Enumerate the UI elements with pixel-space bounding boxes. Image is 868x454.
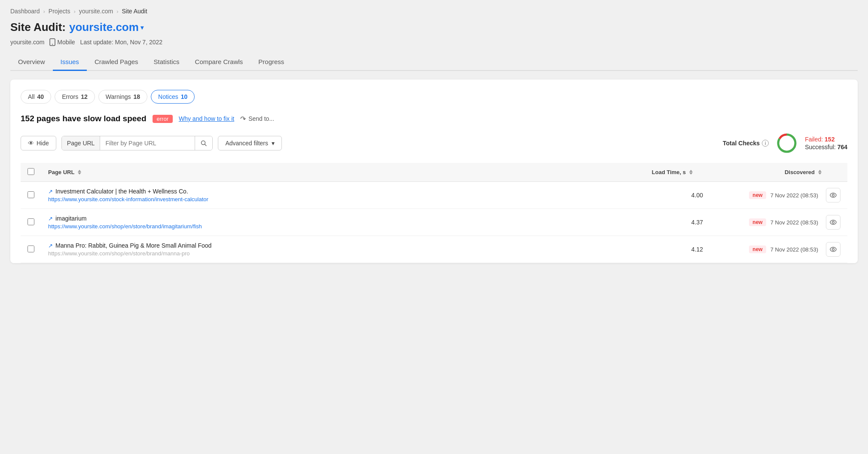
filter-errors-count: 12 bbox=[81, 93, 88, 100]
tab-statistics[interactable]: Statistics bbox=[146, 54, 187, 71]
discovered-sort-icon bbox=[818, 170, 822, 175]
page-title-row: Site Audit: yoursite.com ▾ bbox=[10, 21, 858, 34]
filter-tabs: All 40 Errors 12 Warnings 18 Notices 10 bbox=[21, 90, 847, 104]
select-all-checkbox[interactable] bbox=[28, 168, 34, 175]
row-url-link[interactable]: https://www.yoursite.com/shop/en/store/b… bbox=[48, 223, 523, 230]
row-checkbox[interactable] bbox=[28, 245, 34, 252]
tab-issues[interactable]: Issues bbox=[53, 54, 87, 71]
th-page-url[interactable]: Page URL bbox=[41, 163, 530, 182]
url-filter-input[interactable] bbox=[100, 136, 195, 150]
th-checkbox bbox=[21, 163, 41, 182]
issue-badge: error bbox=[153, 115, 173, 123]
row-title: Manna Pro: Rabbit, Guinea Pig & More Sma… bbox=[55, 242, 211, 249]
external-link-icon: ↗ bbox=[48, 242, 53, 249]
chevron-down-icon: ▾ bbox=[141, 24, 144, 31]
filter-all-count: 40 bbox=[37, 93, 44, 100]
advanced-filters-button[interactable]: Advanced filters ▾ bbox=[218, 136, 282, 150]
svg-point-1 bbox=[52, 44, 53, 45]
svg-point-8 bbox=[830, 220, 836, 224]
filter-all-label: All bbox=[28, 93, 35, 100]
row-url-link[interactable]: https://www.yoursite.com/stock-informati… bbox=[48, 196, 523, 202]
new-badge: new bbox=[749, 191, 766, 199]
nav-tabs: Overview Issues Crawled Pages Statistics… bbox=[10, 54, 858, 71]
row-checkbox[interactable] bbox=[28, 218, 34, 225]
toolbar-row: 👁 Hide Page URL Advanced filters ▾ bbox=[21, 132, 847, 154]
row-title: Investment Calculator | the Health + Wel… bbox=[55, 188, 188, 195]
adv-filter-label: Advanced filters bbox=[225, 140, 268, 147]
checks-numbers: Failed: 152 Successful: 764 bbox=[805, 136, 847, 150]
svg-point-7 bbox=[832, 194, 834, 196]
row-title: imagitarium bbox=[55, 215, 86, 222]
breadcrumb-current: Site Audit bbox=[122, 8, 147, 15]
search-button[interactable] bbox=[195, 136, 212, 150]
filter-warnings-label: Warnings bbox=[106, 93, 131, 100]
filter-warnings-count: 18 bbox=[133, 93, 140, 100]
row-load-time: 4.37 bbox=[530, 209, 710, 236]
th-load-time[interactable]: Load Time, s bbox=[530, 163, 710, 182]
success-count: Successful: 764 bbox=[805, 144, 847, 150]
row-discovered-cell: new 7 Nov 2022 (08:53) bbox=[710, 236, 847, 263]
svg-line-3 bbox=[205, 144, 207, 146]
filter-errors-label: Errors bbox=[62, 93, 78, 100]
breadcrumb-site[interactable]: yoursite.com bbox=[79, 8, 113, 15]
filter-warnings[interactable]: Warnings 18 bbox=[98, 90, 147, 104]
issue-title: 152 pages have slow load speed bbox=[21, 114, 147, 123]
row-url-cell: ↗ Manna Pro: Rabbit, Guinea Pig & More S… bbox=[41, 236, 530, 263]
row-discovered-cell: new 7 Nov 2022 (08:53) bbox=[710, 182, 847, 209]
th-discovered[interactable]: Discovered bbox=[710, 163, 847, 182]
send-to-label: Send to... bbox=[248, 115, 274, 122]
chevron-down-icon: ▾ bbox=[272, 140, 275, 147]
row-eye-button[interactable] bbox=[826, 215, 840, 230]
why-link[interactable]: Why and how to fix it bbox=[179, 115, 234, 122]
svg-point-10 bbox=[830, 247, 836, 252]
row-url-cell: ↗ Investment Calculator | the Health + W… bbox=[41, 182, 530, 209]
external-link-icon: ↗ bbox=[48, 188, 53, 195]
discovered-date: 7 Nov 2022 (08:53) bbox=[770, 246, 818, 253]
breadcrumb-dashboard[interactable]: Dashboard bbox=[10, 8, 40, 15]
tab-overview[interactable]: Overview bbox=[10, 54, 53, 71]
site-link[interactable]: yoursite.com ▾ bbox=[69, 21, 144, 34]
donut-chart bbox=[776, 132, 798, 154]
row-eye-button[interactable] bbox=[826, 242, 840, 257]
site-name-subtitle: yoursite.com bbox=[10, 39, 44, 46]
table-row: ↗ imagitarium https://www.yoursite.com/s… bbox=[21, 209, 847, 236]
send-to-button[interactable]: ↷ Send to... bbox=[240, 115, 274, 123]
site-name: yoursite.com bbox=[69, 21, 139, 34]
filter-errors[interactable]: Errors 12 bbox=[55, 90, 95, 104]
row-load-time: 4.00 bbox=[530, 182, 710, 209]
breadcrumb-projects[interactable]: Projects bbox=[49, 8, 70, 15]
svg-point-11 bbox=[832, 248, 834, 251]
tab-crawled-pages[interactable]: Crawled Pages bbox=[87, 54, 146, 71]
table-row: ↗ Manna Pro: Rabbit, Guinea Pig & More S… bbox=[21, 236, 847, 263]
hide-label: Hide bbox=[37, 140, 49, 147]
row-checkbox[interactable] bbox=[28, 191, 34, 198]
load-time-sort-icon bbox=[689, 170, 693, 175]
page-url-sort-icon bbox=[78, 170, 81, 175]
hide-button[interactable]: 👁 Hide bbox=[21, 136, 56, 150]
table-row: ↗ Investment Calculator | the Health + W… bbox=[21, 182, 847, 209]
filter-notices-label: Notices bbox=[158, 93, 178, 100]
tab-progress[interactable]: Progress bbox=[251, 54, 292, 71]
row-url-link[interactable]: https://www.yoursite.com/shop/en/store/b… bbox=[48, 250, 523, 257]
row-checkbox-cell bbox=[21, 182, 41, 209]
mobile-label: Mobile bbox=[57, 39, 75, 46]
url-filter: Page URL bbox=[61, 136, 213, 150]
tab-compare-crawls[interactable]: Compare Crawls bbox=[187, 54, 251, 71]
filter-notices-count: 10 bbox=[181, 93, 188, 100]
total-checks-label: Total Checks i bbox=[723, 140, 769, 147]
total-checks: Total Checks i Failed: 152 Successful: 7… bbox=[723, 132, 847, 154]
external-link-icon: ↗ bbox=[48, 215, 53, 222]
issue-title-row: 152 pages have slow load speed error Why… bbox=[21, 114, 847, 123]
discovered-date: 7 Nov 2022 (08:53) bbox=[770, 192, 818, 199]
row-load-time: 4.12 bbox=[530, 236, 710, 263]
filter-all[interactable]: All 40 bbox=[21, 90, 51, 104]
new-badge: new bbox=[749, 245, 766, 253]
main-card: All 40 Errors 12 Warnings 18 Notices 10 … bbox=[10, 80, 858, 263]
info-icon[interactable]: i bbox=[762, 140, 769, 147]
svg-point-9 bbox=[832, 221, 834, 224]
url-filter-label: Page URL bbox=[62, 136, 101, 150]
filter-notices[interactable]: Notices 10 bbox=[151, 90, 195, 104]
eye-icon: 👁 bbox=[28, 140, 34, 147]
row-eye-button[interactable] bbox=[826, 188, 840, 202]
new-badge: new bbox=[749, 218, 766, 226]
